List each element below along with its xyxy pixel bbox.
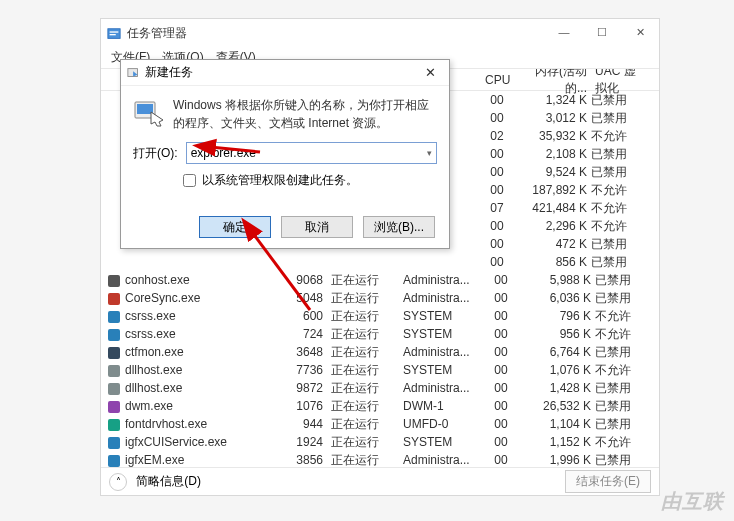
process-icon xyxy=(107,417,121,431)
admin-checkbox[interactable] xyxy=(183,174,196,187)
chevron-down-icon[interactable]: ▾ xyxy=(427,148,432,158)
watermark: 由互联 xyxy=(661,488,724,515)
process-icon xyxy=(107,435,121,449)
process-icon xyxy=(107,381,121,395)
close-button[interactable]: ✕ xyxy=(621,19,659,45)
svg-rect-9 xyxy=(108,383,120,395)
process-icon xyxy=(107,291,121,305)
table-row[interactable]: 00856 K已禁用 xyxy=(101,253,659,271)
maximize-button[interactable]: ☐ xyxy=(583,19,621,45)
process-icon xyxy=(107,273,121,287)
dialog-description: Windows 将根据你所键入的名称，为你打开相应的程序、文件夹、文档或 Int… xyxy=(173,96,437,132)
process-icon xyxy=(107,309,121,323)
table-row[interactable]: fontdrvhost.exe944正在运行UMFD-0001,104 K已禁用 xyxy=(101,415,659,433)
cancel-button[interactable]: 取消 xyxy=(281,216,353,238)
svg-rect-2 xyxy=(110,34,116,35)
table-row[interactable]: dllhost.exe9872正在运行Administra...001,428 … xyxy=(101,379,659,397)
svg-rect-0 xyxy=(108,29,120,39)
svg-rect-6 xyxy=(108,329,120,341)
titlebar[interactable]: 任务管理器 — ☐ ✕ xyxy=(101,19,659,47)
ok-button[interactable]: 确定 xyxy=(199,216,271,238)
run-title-icon xyxy=(127,66,141,80)
svg-rect-11 xyxy=(108,419,120,431)
summary-toggle[interactable]: ˄ 简略信息(D) xyxy=(109,473,201,491)
dialog-titlebar[interactable]: 新建任务 ✕ xyxy=(121,60,449,86)
admin-check-label: 以系统管理权限创建此任务。 xyxy=(202,172,358,189)
svg-rect-1 xyxy=(110,31,119,32)
open-label: 打开(O): xyxy=(133,145,178,162)
svg-rect-4 xyxy=(108,293,120,305)
table-row[interactable]: csrss.exe724正在运行SYSTEM00956 K不允许 xyxy=(101,325,659,343)
table-row[interactable]: igfxCUIService.exe1924正在运行SYSTEM001,152 … xyxy=(101,433,659,451)
run-icon xyxy=(133,96,165,128)
browse-button[interactable]: 浏览(B)... xyxy=(363,216,435,238)
process-icon xyxy=(107,399,121,413)
chevron-up-icon: ˄ xyxy=(109,473,127,491)
statusbar: ˄ 简略信息(D) 结束任务(E) xyxy=(101,467,659,495)
process-icon xyxy=(107,327,121,341)
svg-rect-8 xyxy=(108,365,120,377)
table-row[interactable]: dwm.exe1076正在运行DWM-10026,532 K已禁用 xyxy=(101,397,659,415)
svg-rect-13 xyxy=(108,455,120,467)
rows-lower: conhost.exe9068正在运行Administra...005,988 … xyxy=(101,271,659,467)
table-row[interactable]: ctfmon.exe3648正在运行Administra...006,764 K… xyxy=(101,343,659,361)
table-row[interactable]: igfxEM.exe3856正在运行Administra...001,996 K… xyxy=(101,451,659,467)
open-combobox[interactable]: explorer.exe ▾ xyxy=(186,142,437,164)
end-task-button[interactable]: 结束任务(E) xyxy=(565,470,651,493)
open-value: explorer.exe xyxy=(191,146,256,160)
svg-rect-5 xyxy=(108,311,120,323)
dialog-close-button[interactable]: ✕ xyxy=(411,60,449,84)
table-row[interactable]: conhost.exe9068正在运行Administra...005,988 … xyxy=(101,271,659,289)
svg-rect-3 xyxy=(108,275,120,287)
table-row[interactable]: dllhost.exe7736正在运行SYSTEM001,076 K不允许 xyxy=(101,361,659,379)
table-row[interactable]: csrss.exe600正在运行SYSTEM00796 K不允许 xyxy=(101,307,659,325)
process-icon xyxy=(107,345,121,359)
svg-rect-7 xyxy=(108,347,120,359)
svg-rect-10 xyxy=(108,401,120,413)
svg-rect-12 xyxy=(108,437,120,449)
window-title: 任务管理器 xyxy=(127,25,187,42)
process-icon xyxy=(107,363,121,377)
col-cpu[interactable]: CPU xyxy=(481,73,513,87)
dialog-title: 新建任务 xyxy=(145,64,193,81)
run-dialog: 新建任务 ✕ Windows 将根据你所键入的名称，为你打开相应的程序、文件夹、… xyxy=(120,59,450,249)
minimize-button[interactable]: — xyxy=(545,19,583,45)
table-row[interactable]: CoreSync.exe5048正在运行Administra...006,036… xyxy=(101,289,659,307)
app-icon xyxy=(107,26,121,40)
process-icon xyxy=(107,453,121,467)
